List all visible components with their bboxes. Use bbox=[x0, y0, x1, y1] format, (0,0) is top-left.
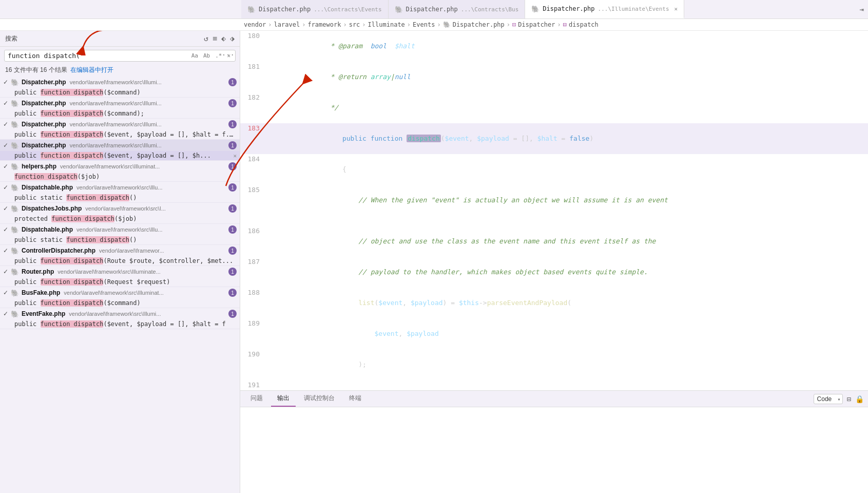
filepath-2: vendor\laravel\framework\src\Illumi... bbox=[70, 100, 162, 106]
dismiss-match-button[interactable]: ✕ bbox=[233, 153, 237, 159]
code-line-190: 190 ); bbox=[240, 349, 868, 380]
result-file-11: ✓ 🐘 BusFake.php vendor\laravel\framework… bbox=[0, 287, 240, 308]
result-match-5-1[interactable]: function dispatch($job) bbox=[0, 172, 240, 181]
search-input[interactable] bbox=[8, 52, 188, 60]
file-elephant-icon-1: 🐘 bbox=[11, 79, 19, 86]
bc-events[interactable]: Events bbox=[413, 21, 435, 28]
result-file-header-6[interactable]: ✓ 🐘 Dispatchable.php vendor\laravel\fram… bbox=[0, 182, 240, 193]
tab-problems[interactable]: 问题 bbox=[244, 391, 269, 407]
bc-framework[interactable]: framework bbox=[307, 21, 341, 28]
results-count: 16 文件中有 16 个结果 bbox=[5, 66, 67, 74]
result-file-header-8[interactable]: ✓ 🐘 Dispatchable.php vendor\laravel\fram… bbox=[0, 224, 240, 235]
result-file-header-4[interactable]: ✓ 🐘 Dispatcher.php vendor\laravel\framew… bbox=[0, 140, 240, 151]
bc-src[interactable]: src bbox=[349, 21, 360, 28]
result-file-header-5[interactable]: ✓ 🐘 helpers.php vendor\laravel\framework… bbox=[0, 161, 240, 172]
open-in-editor-link[interactable]: 在编辑器中打开 bbox=[70, 66, 113, 74]
result-file-1: ✓ 🐘 Dispatcher.php vendor\laravel\framew… bbox=[0, 77, 240, 98]
tab1-path: ...\Contracts\Events bbox=[314, 6, 381, 13]
file-elephant-icon-2: 🐘 bbox=[11, 100, 19, 107]
file-elephant-icon-4: 🐘 bbox=[11, 142, 19, 149]
result-file-header-1[interactable]: ✓ 🐘 Dispatcher.php vendor\laravel\framew… bbox=[0, 77, 240, 88]
search-results-info: 16 文件中有 16 个结果 在编辑器中打开 bbox=[0, 65, 240, 77]
result-file-5: ✓ 🐘 helpers.php vendor\laravel\framework… bbox=[0, 161, 240, 182]
split-bottom-button[interactable]: ⊟ bbox=[847, 395, 851, 403]
file-count-3: 1 bbox=[228, 120, 237, 128]
file-count-9: 1 bbox=[228, 246, 237, 255]
tab3-close-button[interactable]: ✕ bbox=[674, 6, 678, 12]
line-content-188: list($event, $payload) = $this->parseEve… bbox=[266, 288, 868, 318]
search-title: 搜索 bbox=[5, 34, 17, 43]
line-content-190: ); bbox=[266, 349, 868, 380]
tab-debug-console[interactable]: 调试控制台 bbox=[298, 391, 341, 407]
lock-bottom-button[interactable]: 🔒 bbox=[855, 395, 864, 403]
match-case-button[interactable]: Aa bbox=[190, 52, 200, 60]
file-elephant-icon-8: 🐘 bbox=[11, 226, 19, 234]
filepath-7: vendor\laravel\framework\src\I... bbox=[85, 205, 166, 212]
result-match-4-1[interactable]: public function dispatch($event, $payloa… bbox=[0, 151, 240, 160]
filename-2: Dispatcher.php bbox=[22, 100, 66, 107]
bc-vendor[interactable]: vendor bbox=[244, 21, 266, 28]
filepath-8: vendor\laravel\framework\src\Illu... bbox=[76, 226, 163, 233]
result-match-8-1[interactable]: public static function dispatch() bbox=[0, 235, 240, 244]
more-options-button[interactable]: ⬗ bbox=[230, 34, 235, 43]
result-match-10-1[interactable]: public function dispatch(Request $reques… bbox=[0, 277, 240, 287]
split-editor-button[interactable]: ⇥ bbox=[860, 5, 864, 13]
filename-4: Dispatcher.php bbox=[22, 142, 66, 149]
result-file-header-9[interactable]: ✓ 🐘 ControllerDispatcher.php vendor\lara… bbox=[0, 245, 240, 256]
tab3-label: Dispatcher.php bbox=[543, 5, 594, 12]
file-elephant-icon-5: 🐘 bbox=[11, 163, 19, 170]
bc-dispatcherphp[interactable]: Dispatcher.php bbox=[453, 21, 505, 28]
result-match-7-1[interactable]: protected function dispatch($job) bbox=[0, 214, 240, 223]
result-match-3-1[interactable]: public function dispatch($event, $payloa… bbox=[0, 130, 240, 139]
result-file-header-3[interactable]: ✓ 🐘 Dispatcher.php vendor\laravel\framew… bbox=[0, 119, 240, 130]
bc-dispatch-method[interactable]: dispatch bbox=[569, 21, 599, 28]
result-file-4: ✓ 🐘 Dispatcher.php vendor\laravel\framew… bbox=[0, 140, 240, 161]
tab-dispatcher-illuminate-events[interactable]: 🐘 Dispatcher.php ...\Illuminate\Events ✕ bbox=[525, 0, 684, 18]
result-file-header-2[interactable]: ✓ 🐘 Dispatcher.php vendor\laravel\framew… bbox=[0, 98, 240, 109]
tab1-label: Dispatcher.php bbox=[259, 6, 311, 13]
file-count-6: 1 bbox=[228, 183, 237, 192]
code-table: 180 * @param bool $halt 181 * @return ar… bbox=[240, 31, 868, 390]
tab-output[interactable]: 输出 bbox=[271, 391, 296, 407]
result-match-12-1[interactable]: public function dispatch($event, $payloa… bbox=[0, 319, 240, 329]
filename-11: BusFake.php bbox=[22, 289, 60, 296]
line-content-187: // payload to the handler, which makes o… bbox=[266, 257, 868, 288]
result-file-10: ✓ 🐘 Router.php vendor\laravel\framework\… bbox=[0, 266, 240, 287]
result-file-header-12[interactable]: ✓ 🐘 EventFake.php vendor\laravel\framewo… bbox=[0, 308, 240, 319]
editor-area[interactable]: 180 * @param bool $halt 181 * @return ar… bbox=[240, 31, 868, 390]
output-source-select[interactable]: Code bbox=[814, 394, 843, 404]
search-header: 搜索 ↺ ≡ ⬖ ⬗ bbox=[0, 31, 240, 47]
tab-dispatcher-contracts-events[interactable]: 🐘 Dispatcher.php ...\Contracts\Events bbox=[241, 0, 389, 18]
elephant-icon-tab2: 🐘 bbox=[395, 6, 403, 13]
match-word-button[interactable]: Ab bbox=[202, 52, 211, 60]
file-elephant-icon-9: 🐘 bbox=[11, 247, 19, 255]
line-content-191 bbox=[266, 380, 868, 390]
filepath-12: vendor\laravel\framework\src\Illumi... bbox=[69, 311, 161, 317]
result-match-1-1[interactable]: public function dispatch($command) bbox=[0, 88, 240, 97]
collapse-all-button[interactable]: ≡ bbox=[213, 34, 217, 43]
refresh-button[interactable]: ↺ bbox=[204, 34, 208, 43]
tab-terminal[interactable]: 终端 bbox=[343, 391, 368, 407]
result-file-9: ✓ 🐘 ControllerDispatcher.php vendor\lara… bbox=[0, 245, 240, 266]
result-file-header-10[interactable]: ✓ 🐘 Router.php vendor\laravel\framework\… bbox=[0, 266, 240, 277]
result-file-header-11[interactable]: ✓ 🐘 BusFake.php vendor\laravel\framework… bbox=[0, 287, 240, 298]
search-input-row: Aa Ab .* ✕ ··· bbox=[0, 47, 240, 65]
result-match-6-1[interactable]: public static function dispatch() bbox=[0, 193, 240, 202]
result-file-header-7[interactable]: ✓ 🐘 DispatchesJobs.php vendor\laravel\fr… bbox=[0, 203, 240, 214]
result-match-11-1[interactable]: public function dispatch($command) bbox=[0, 298, 240, 308]
bc-dispatcher-class[interactable]: Dispatcher bbox=[518, 21, 555, 28]
more-search-button[interactable]: ··· bbox=[222, 51, 235, 59]
tab-dispatcher-contracts-bus[interactable]: 🐘 Dispatcher.php ...\Contracts\Bus bbox=[389, 0, 526, 18]
output-select-wrapper: Code ▾ bbox=[814, 394, 843, 404]
clear-history-button[interactable]: ⬖ bbox=[221, 34, 226, 43]
bc-class-icon: ⊡ bbox=[512, 21, 516, 28]
bc-illuminate[interactable]: Illuminate bbox=[368, 21, 405, 28]
bc-laravel[interactable]: laravel bbox=[274, 21, 300, 28]
bottom-panel: 问题 输出 调试控制台 终端 Code ▾ ⊟ 🔒 bbox=[240, 390, 868, 493]
filepath-1: vendor\laravel\framework\src\Illumi... bbox=[70, 79, 162, 85]
result-match-2-1[interactable]: public function dispatch($command); bbox=[0, 109, 240, 118]
line-num-180: 180 bbox=[240, 31, 266, 62]
result-match-9-1[interactable]: public function dispatch(Route $route, $… bbox=[0, 256, 240, 266]
code-line-187: 187 // payload to the handler, which mak… bbox=[240, 257, 868, 288]
line-num-183: 183 bbox=[240, 123, 266, 154]
